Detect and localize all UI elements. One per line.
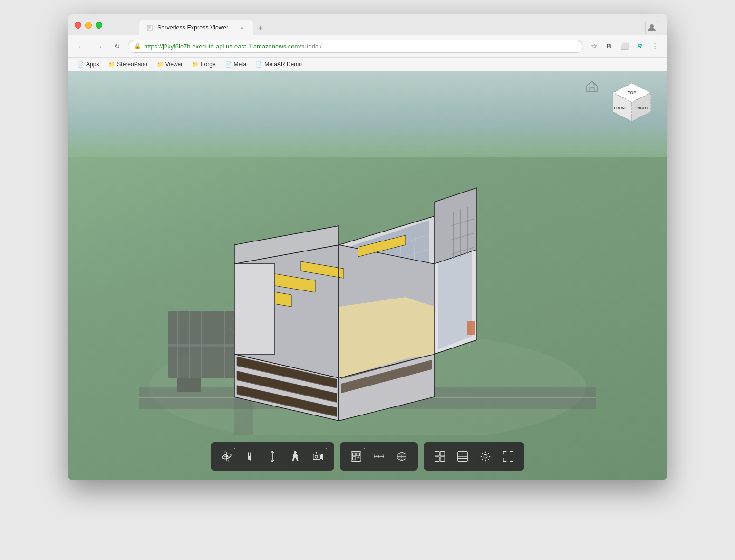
fullscreen-button[interactable] (498, 446, 519, 467)
home-button[interactable] (583, 78, 600, 95)
bookmark-metaar[interactable]: 📄 MetaAR Demo (252, 59, 306, 69)
tabs-row: Serverless Express Viewer Exa × + (139, 20, 268, 35)
url-domain: j2kyf6ie7h.execute-api.us-east-1.amazona… (163, 43, 300, 50)
svg-rect-98 (353, 453, 356, 456)
blue-ext-icon: ⬜ (620, 42, 629, 50)
tab-active[interactable]: Serverless Express Viewer Exa × (139, 20, 253, 35)
maximize-button[interactable] (96, 22, 102, 29)
reload-button[interactable]: ↻ (110, 39, 124, 53)
svg-text:RIGHT: RIGHT (637, 106, 648, 110)
measure-tool-button[interactable] (368, 446, 389, 467)
browser-window: Serverless Express Viewer Exa × + ← → ↻ (68, 14, 667, 480)
extension-teal-button[interactable]: R (633, 39, 646, 53)
stereopano-bookmark-icon: 📁 (108, 61, 115, 68)
svg-rect-0 (147, 25, 152, 31)
settings-button[interactable] (475, 446, 496, 467)
properties-button[interactable] (429, 446, 450, 467)
bookmarks-bar: 📄 Apps 📁 StereoPano 📁 Viewer 📁 Forge 📄 M… (68, 58, 667, 71)
bookmark-metaar-label: MetaAR Demo (264, 61, 302, 68)
navigation-bar: ← → ↻ 🔒 https://j2kyf6ie7h.execute-api.u… (68, 35, 667, 58)
toolbar-navigation-group (211, 442, 334, 471)
svg-rect-85 (594, 83, 595, 86)
model-browser-button[interactable] (346, 446, 367, 467)
navigation-cube[interactable]: TOP FRONT RIGHT (608, 81, 656, 128)
user-profile-button[interactable] (645, 21, 658, 34)
zoom-tool-button[interactable] (262, 446, 283, 467)
bookmark-stereopano[interactable]: 📁 StereoPano (105, 59, 151, 69)
minimize-button[interactable] (85, 22, 92, 29)
back-button[interactable]: ← (74, 39, 88, 53)
address-bar[interactable]: 🔒 https://j2kyf6ie7h.execute-api.us-east… (128, 40, 583, 53)
url-path: /tutorial/ (300, 43, 321, 50)
bookmark-forge[interactable]: 📁 Forge (188, 59, 219, 69)
extension-blue-button[interactable]: ⬜ (618, 39, 631, 53)
bookmark-meta[interactable]: 📄 Meta (222, 59, 251, 69)
building-model (106, 133, 629, 423)
svg-point-87 (225, 455, 228, 458)
teal-ext-icon: R (637, 42, 642, 50)
camera-tool-button[interactable] (308, 446, 329, 467)
svg-point-96 (315, 455, 318, 458)
title-bar: Serverless Express Viewer Exa × + (68, 14, 667, 35)
viewer-area[interactable]: TOP FRONT RIGHT (68, 71, 667, 480)
walk-tool-button[interactable] (285, 446, 306, 467)
tab-close-button[interactable]: × (238, 24, 246, 31)
browser-menu-button[interactable]: ⋮ (648, 39, 661, 53)
bookmark-apps[interactable]: 📄 Apps (74, 59, 103, 69)
svg-rect-94 (313, 454, 320, 459)
layers-button[interactable] (452, 446, 473, 467)
forward-button[interactable]: → (92, 39, 106, 53)
metaar-bookmark-icon: 📄 (256, 61, 262, 68)
toolbar-settings-group (424, 442, 524, 471)
apps-bookmark-icon: 📄 (77, 61, 84, 68)
viewer-bookmark-icon: 📁 (157, 61, 164, 68)
bookmark-star-button[interactable]: ☆ (587, 39, 600, 53)
svg-point-20 (520, 302, 548, 321)
svg-marker-95 (320, 454, 323, 459)
svg-marker-67 (234, 264, 275, 354)
orbit-tool-button[interactable] (216, 446, 237, 467)
building-svg (139, 121, 596, 435)
nav-cube-svg: TOP FRONT RIGHT (608, 81, 656, 128)
extension-bold-button[interactable]: B (602, 39, 616, 53)
svg-rect-113 (440, 457, 445, 461)
bookmark-viewer[interactable]: 📁 Viewer (153, 59, 186, 69)
meta-bookmark-icon: 📄 (225, 61, 232, 68)
svg-rect-99 (357, 453, 360, 456)
pan-tool-button[interactable] (239, 446, 260, 467)
section-tool-button[interactable] (391, 446, 412, 467)
svg-rect-110 (435, 452, 439, 456)
svg-point-4 (650, 24, 654, 28)
svg-rect-112 (440, 452, 445, 456)
close-button[interactable] (75, 22, 81, 29)
svg-text:TOP: TOP (628, 90, 636, 95)
tab-favicon (147, 24, 154, 31)
bookmark-forge-label: Forge (201, 61, 215, 68)
svg-point-21 (536, 312, 560, 329)
bookmark-viewer-label: Viewer (165, 61, 183, 68)
svg-rect-111 (435, 457, 439, 461)
bold-icon: B (607, 42, 611, 50)
bookmark-apps-label: Apps (86, 61, 99, 68)
svg-text:FRONT: FRONT (614, 106, 627, 110)
bookmark-meta-label: Meta (234, 61, 247, 68)
tab-title: Serverless Express Viewer Exa (157, 24, 234, 31)
toolbar-model-group (340, 442, 418, 471)
toolbar-bottom (211, 442, 524, 471)
traffic-lights (75, 22, 102, 29)
svg-point-118 (484, 454, 487, 458)
svg-rect-84 (590, 88, 594, 92)
bookmark-stereopano-label: StereoPano (117, 61, 147, 68)
svg-rect-100 (353, 457, 356, 460)
url-display: https://j2kyf6ie7h.execute-api.us-east-1… (144, 43, 322, 50)
svg-rect-66 (467, 321, 475, 335)
nav-actions: ☆ B ⬜ R ⋮ (587, 39, 661, 53)
forge-bookmark-icon: 📁 (192, 61, 199, 68)
url-protocol: https:// (144, 43, 163, 50)
svg-point-93 (294, 451, 297, 454)
new-tab-button[interactable]: + (253, 21, 268, 35)
lock-icon: 🔒 (134, 43, 141, 49)
